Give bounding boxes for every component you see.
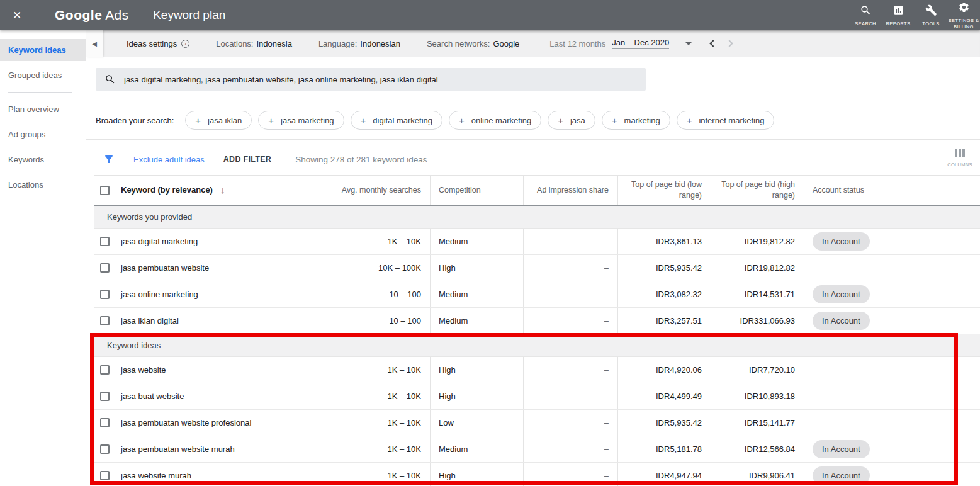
keyword-cell: jasa pembuatan website [94, 255, 298, 281]
dash-value: – [604, 237, 609, 246]
exclude-adult-ideas-link[interactable]: Exclude adult ideas [133, 155, 205, 164]
broaden-chip-internet-marketing[interactable]: +internet marketing [677, 111, 775, 130]
dash-value: – [604, 263, 609, 273]
plus-icon: + [687, 116, 692, 125]
broaden-chip-jasa-marketing[interactable]: +jasa marketing [258, 111, 344, 130]
appbar-nav-label: SETTINGS & BILLING [948, 18, 979, 30]
top-of-page-bid-high-cell: IDR14,531.71 [711, 281, 804, 307]
previous-period-icon[interactable] [710, 40, 717, 47]
close-icon[interactable]: ✕ [11, 10, 23, 21]
columns-button[interactable]: COLUMNS [945, 149, 975, 167]
account-status-cell: In Account [804, 229, 980, 254]
top-of-page-bid-low-cell: IDR4,920.06 [617, 357, 711, 383]
column-header-label: Top of page bid (low range) [618, 179, 702, 201]
filter-funnel-icon[interactable] [103, 154, 115, 165]
logo-google-text: Google [55, 8, 102, 22]
table-row[interactable]: jasa pembuatan website10K – 100KHigh–IDR… [94, 255, 980, 281]
table-row[interactable]: jasa website1K – 10KHigh–IDR4,920.06IDR7… [94, 357, 980, 383]
column-header-7[interactable]: Account status [804, 176, 980, 205]
dash-value: – [604, 316, 609, 325]
language-setting[interactable]: Language: Indonesian [318, 39, 400, 48]
row-checkbox[interactable] [100, 237, 110, 246]
column-header-3[interactable]: Competition [430, 176, 523, 205]
row-checkbox[interactable] [100, 392, 110, 401]
row-checkbox[interactable] [100, 444, 110, 454]
column-header-5[interactable]: Top of page bid (low range) [617, 176, 711, 205]
column-header-4[interactable]: Ad impression share [523, 176, 617, 205]
table-row[interactable]: jasa buat website1K – 10KHigh–IDR4,499.4… [94, 383, 980, 410]
column-header-2[interactable]: Avg. monthly searches [298, 176, 430, 205]
select-all-checkbox[interactable] [100, 186, 110, 195]
keyword-text: jasa website murah [121, 471, 191, 480]
plus-icon: + [268, 116, 274, 125]
keyword-search-input[interactable] [124, 75, 637, 84]
broaden-chip-marketing[interactable]: +marketing [602, 111, 670, 130]
competition-cell: Medium [430, 229, 523, 254]
broaden-chip-jasa[interactable]: +jasa [548, 111, 595, 130]
account-status-cell: In Account [804, 436, 980, 462]
google-ads-logo[interactable]: GoogleAds [55, 8, 128, 23]
ad-impression-share-cell: – [523, 255, 617, 281]
sidebar-divider [8, 92, 72, 93]
sidebar-item-locations[interactable]: Locations [0, 174, 86, 196]
appbar-nav-tools[interactable]: TOOLS [915, 0, 947, 30]
keyword-text: jasa iklan digital [121, 316, 179, 325]
table-row[interactable]: jasa website murah1K – 10KHigh–IDR4,947.… [94, 463, 980, 486]
table-row[interactable]: jasa iklan digital10 – 100Medium–IDR3,25… [94, 308, 980, 334]
search-networks-setting[interactable]: Search networks: Google [427, 39, 519, 48]
date-range-picker[interactable]: Last 12 months Jan – Dec 2020 [549, 38, 692, 49]
sidebar-item-grouped-ideas[interactable]: Grouped ideas [0, 64, 86, 86]
column-header-1[interactable]: Keyword (by relevance)↓ [94, 176, 298, 205]
appbar-nav-search[interactable]: SEARCH [849, 0, 882, 30]
locations-setting[interactable]: Locations: Indonesia [216, 39, 292, 48]
next-period-icon [726, 40, 733, 47]
broaden-chip-online-marketing[interactable]: +online marketing [449, 111, 541, 130]
chip-label: marketing [624, 116, 660, 125]
row-checkbox[interactable] [100, 418, 110, 427]
broaden-chip-digital-marketing[interactable]: +digital marketing [351, 111, 442, 130]
ad-impression-share-cell: – [523, 229, 617, 254]
in-account-badge: In Account [813, 466, 870, 485]
sidebar-item-plan-overview[interactable]: Plan overview [0, 98, 86, 120]
row-checkbox[interactable] [100, 263, 110, 273]
appbar-nav-reports[interactable]: REPORTS [882, 0, 915, 30]
collapse-panel-button[interactable]: ◀ [86, 30, 103, 57]
row-checkbox[interactable] [100, 365, 110, 375]
section-divider [86, 139, 980, 140]
broaden-chip-jasa-iklan[interactable]: +jasa iklan [185, 111, 252, 130]
chip-label: jasa iklan [208, 116, 242, 125]
row-checkbox[interactable] [100, 471, 110, 480]
table-row[interactable]: jasa pembuatan website murah1K – 10KMedi… [94, 436, 980, 463]
ad-impression-share-cell: – [523, 383, 617, 409]
table-row[interactable]: jasa pembuatan website profesional1K – 1… [94, 410, 980, 436]
competition-cell: Low [430, 410, 523, 436]
plus-icon: + [459, 116, 465, 125]
sidebar: Keyword ideasGrouped ideasPlan overviewA… [0, 30, 86, 486]
chip-label: jasa [570, 116, 585, 125]
keyword-cell: jasa website murah [94, 463, 298, 486]
avg-monthly-searches-cell: 1K – 10K [298, 357, 430, 383]
column-header-label: Competition [439, 185, 481, 196]
table-row[interactable]: jasa digital marketing1K – 10KMedium–IDR… [94, 229, 980, 255]
column-header-label: Top of page bid (high range) [711, 179, 795, 201]
sidebar-item-keyword-ideas[interactable]: Keyword ideas [0, 39, 86, 61]
sidebar-item-keywords[interactable]: Keywords [0, 149, 86, 171]
table-body: Keywords you providedjasa digital market… [94, 206, 980, 486]
sidebar-item-ad-groups[interactable]: Ad groups [0, 123, 86, 145]
keyword-search-box[interactable] [96, 68, 646, 91]
top-of-page-bid-high-cell: IDR19,812.82 [711, 229, 804, 254]
appbar-nav-settings-billing[interactable]: SETTINGS & BILLING [947, 0, 980, 30]
table-row[interactable]: jasa online marketing10 – 100Medium–IDR3… [94, 281, 980, 308]
chevron-down-icon[interactable] [685, 42, 692, 45]
account-status-cell [804, 357, 980, 383]
row-checkbox[interactable] [100, 316, 110, 325]
top-of-page-bid-high-cell: IDR12,566.84 [711, 436, 804, 462]
appbar-nav-label: TOOLS [922, 21, 939, 27]
avg-monthly-searches-cell: 1K – 10K [298, 436, 430, 462]
row-checkbox[interactable] [100, 290, 110, 299]
keyword-cell: jasa pembuatan website murah [94, 436, 298, 462]
column-header-6[interactable]: Top of page bid (high range) [711, 176, 804, 205]
ideas-settings-menu[interactable]: Ideas settings i [127, 39, 189, 48]
add-filter-button[interactable]: ADD FILTER [223, 155, 271, 164]
dash-value: – [604, 444, 609, 454]
